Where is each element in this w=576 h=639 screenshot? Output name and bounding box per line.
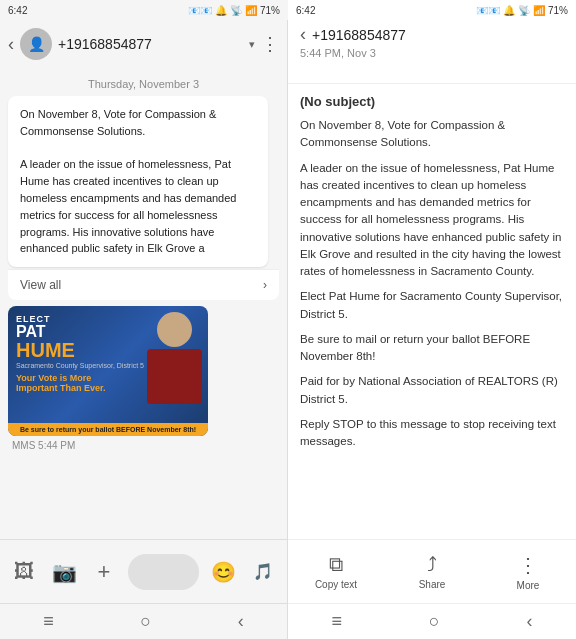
menu-icon-left[interactable]: ≡ <box>43 611 54 632</box>
right-panel: 6:42 📧📧 🔔 📡 📶 71% ‹ +19168854877 5:44 PM… <box>288 0 576 639</box>
status-icons-right: 📧📧 🔔 📡 📶 71% <box>476 5 568 16</box>
left-nav-bar: ≡ ○ ‹ <box>0 603 287 639</box>
return-banner: Be sure to return your ballot BEFORE Nov… <box>8 423 208 436</box>
mms-image: ELECT PAT HUME Sacramento County Supervi… <box>8 306 208 436</box>
body-paragraph-1: On November 8, Vote for Compassion & Com… <box>300 117 564 152</box>
contact-name-left: +19168854877 <box>58 36 243 52</box>
contact-name-right: +19168854877 <box>312 27 406 43</box>
right-content: (No subject) On November 8, Vote for Com… <box>288 84 576 539</box>
mms-timestamp: MMS 5:44 PM <box>8 440 279 451</box>
email-body: On November 8, Vote for Compassion & Com… <box>300 117 564 450</box>
share-button[interactable]: ⤴ Share <box>384 553 480 590</box>
message-area-left: Thursday, November 3 On November 8, Vote… <box>0 68 287 539</box>
status-bar-right: 6:42 📧📧 🔔 📡 📶 71% <box>288 0 576 20</box>
emoji-button[interactable]: 😊 <box>207 556 239 588</box>
battery-right: 71% <box>548 5 568 16</box>
view-all-row[interactable]: View all › <box>8 269 279 300</box>
wifi-icon-right: 📡 <box>518 5 530 16</box>
date-separator: Thursday, November 3 <box>8 68 279 96</box>
compose-input[interactable] <box>128 554 199 590</box>
menu-icon-right[interactable]: ≡ <box>331 611 342 632</box>
right-header-top: ‹ +19168854877 <box>300 24 564 45</box>
copy-text-label: Copy text <box>315 579 357 590</box>
image-attach-button[interactable]: 🖼 <box>8 556 40 588</box>
back-icon-left[interactable]: ‹ <box>238 611 244 632</box>
image-subtitle: Sacramento County Supervisor, District 5 <box>16 362 144 369</box>
avatar-icon-left: 👤 <box>28 36 45 52</box>
share-label: Share <box>419 579 446 590</box>
left-compose-bar: 🖼 📷 + 😊 🎵 <box>0 539 287 603</box>
pat-text: PAT <box>16 324 46 340</box>
left-header: ‹ 👤 +19168854877 ▾ ⋮ <box>0 20 287 68</box>
right-timestamp: 5:44 PM, Nov 3 <box>300 47 564 59</box>
copy-icon: ⧉ <box>329 553 343 576</box>
body-paragraph-5: Paid for by National Association of REAL… <box>300 373 564 408</box>
share-icon: ⤴ <box>427 553 437 576</box>
more-icon-right: ⋮ <box>518 553 538 577</box>
body-paragraph-6: Reply STOP to this message to stop recei… <box>300 416 564 451</box>
notification-icons-right: 📧📧 🔔 <box>476 5 515 16</box>
add-button[interactable]: + <box>88 556 120 588</box>
view-all-arrow: › <box>263 278 267 292</box>
home-icon-left[interactable]: ○ <box>140 611 151 632</box>
wifi-icon-left: 📡 <box>230 5 242 16</box>
dropdown-arrow-left[interactable]: ▾ <box>249 38 255 51</box>
more-label: More <box>517 580 540 591</box>
vote-text: Your Vote is More Important Than Ever. <box>16 373 106 393</box>
more-button-left[interactable]: ⋮ <box>261 33 279 55</box>
message-text: On November 8, Vote for Compassion & Com… <box>20 108 236 254</box>
status-icons-left: 📧📧 🔔 📡 📶 71% <box>188 5 280 16</box>
home-icon-right[interactable]: ○ <box>429 611 440 632</box>
status-bar-left: 6:42 📧📧 🔔 📡 📶 71% <box>0 0 288 20</box>
person-head <box>157 312 192 347</box>
camera-button[interactable]: 📷 <box>48 556 80 588</box>
person-body <box>147 349 202 404</box>
back-icon-right[interactable]: ‹ <box>527 611 533 632</box>
back-button-left[interactable]: ‹ <box>8 34 14 55</box>
avatar-left: 👤 <box>20 28 52 60</box>
email-subject: (No subject) <box>300 94 564 109</box>
battery-left: 71% <box>260 5 280 16</box>
hume-text: HUME <box>16 340 75 360</box>
more-options-button[interactable]: ⋮ More <box>480 553 576 591</box>
time-left: 6:42 <box>8 5 27 16</box>
audio-button[interactable]: 🎵 <box>247 556 279 588</box>
notification-icons-left: 📧📧 🔔 <box>188 5 227 16</box>
left-panel: 6:42 📧📧 🔔 📡 📶 71% ‹ 👤 +19168854877 ▾ ⋮ T… <box>0 0 288 639</box>
copy-text-button[interactable]: ⧉ Copy text <box>288 553 384 590</box>
right-action-bar: ⧉ Copy text ⤴ Share ⋮ More <box>288 539 576 603</box>
right-nav-bar: ≡ ○ ‹ <box>288 603 576 639</box>
body-paragraph-2: A leader on the issue of homelessness, P… <box>300 160 564 281</box>
right-header: ‹ +19168854877 5:44 PM, Nov 3 <box>288 20 576 84</box>
back-button-right[interactable]: ‹ <box>300 24 306 45</box>
view-all-label: View all <box>20 278 61 292</box>
signal-icon-right: 📶 <box>533 5 545 16</box>
time-right: 6:42 <box>296 5 315 16</box>
person-figure <box>147 310 202 405</box>
body-paragraph-4: Be sure to mail or return your ballot BE… <box>300 331 564 366</box>
signal-icon-left: 📶 <box>245 5 257 16</box>
message-bubble: On November 8, Vote for Compassion & Com… <box>8 96 268 267</box>
body-paragraph-3: Elect Pat Hume for Sacramento County Sup… <box>300 288 564 323</box>
